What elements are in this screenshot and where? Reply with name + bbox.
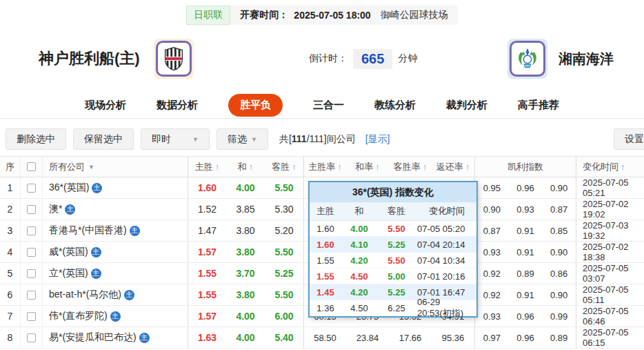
row-checkbox[interactable] xyxy=(27,184,36,193)
kelly-cell: 0.920.890.86 xyxy=(474,263,576,284)
kelly-cell: 0.930.960.99 xyxy=(474,306,576,327)
company-cell[interactable]: 香港马*(中国香港)主 xyxy=(43,224,188,237)
company-cell[interactable]: 澳*主 xyxy=(43,203,188,215)
home-odds-cell[interactable]: 1.63 xyxy=(188,327,226,348)
delete-selected-button[interactable]: 删除选中 xyxy=(6,128,66,150)
instant-odds-dropdown[interactable]: 即时 ▼ xyxy=(141,128,210,150)
draw-odds-cell[interactable]: 3.80 xyxy=(226,246,265,257)
sort-up-icon: ↑ xyxy=(423,162,427,172)
kelly-value: 0.89 xyxy=(516,269,534,279)
row-checkbox[interactable] xyxy=(27,333,36,342)
kelly-value: 0.95 xyxy=(483,183,501,193)
odds-analysis-page: 日职联 开赛时间： 2025-07-05 18:00 御崎公园球技场 神户胜利船… xyxy=(0,0,644,350)
row-checkbox[interactable] xyxy=(27,312,36,321)
instant-odds-dropdown-label: 即时 xyxy=(152,133,171,146)
home-odds-cell[interactable]: 1.57 xyxy=(188,242,226,262)
away-odds-cell[interactable]: 5.50 xyxy=(265,289,303,300)
keep-selected-button[interactable]: 保留选中 xyxy=(73,128,134,150)
home-team-crest-box xyxy=(154,39,194,79)
home-odds-cell[interactable]: 1.47 xyxy=(188,220,226,241)
kickoff-time: 2025-07-05 18:00 xyxy=(294,10,370,21)
home-odds-cell[interactable]: 1.57 xyxy=(188,306,226,327)
away-odds-cell[interactable]: 5.50 xyxy=(265,182,303,193)
away-rate-cell: 17.66 xyxy=(389,333,432,343)
away-odds-cell[interactable]: 5.40 xyxy=(265,332,303,343)
col-header-home-odds[interactable]: 主胜↑ xyxy=(188,157,226,177)
tab-裁判分析[interactable]: 裁判分析 xyxy=(446,99,487,112)
row-checkbox[interactable] xyxy=(27,205,36,214)
show-link[interactable]: [显示] xyxy=(365,133,390,146)
draw-odds-cell[interactable]: 4.00 xyxy=(226,332,265,343)
draw-odds-cell[interactable]: 3.70 xyxy=(226,268,265,279)
kelly-value: 0.92 xyxy=(483,290,501,300)
col-header-company[interactable]: 所有公司 ▼ xyxy=(43,161,188,173)
popup-title: 36*(英国) 指数变化 xyxy=(310,182,476,202)
tab-数据分析[interactable]: 数据分析 xyxy=(157,99,198,112)
col-header-home-rate[interactable]: 主胜率↑ xyxy=(303,157,346,177)
popup-home-odds: 1.45 xyxy=(310,287,341,298)
home-odds-cell[interactable]: 1.55 xyxy=(188,263,226,284)
col-header-away-odds[interactable]: 客胜↑ xyxy=(265,161,303,173)
away-odds-cell[interactable]: 5.50 xyxy=(265,246,303,257)
draw-odds-cell[interactable]: 4.00 xyxy=(226,311,265,322)
row-checkbox[interactable] xyxy=(27,226,36,235)
col-header-select xyxy=(21,157,43,177)
home-odds-cell[interactable]: 1.60 xyxy=(188,177,226,198)
row-checkbox[interactable] xyxy=(27,291,36,300)
home-odds-cell[interactable]: 1.55 xyxy=(188,284,226,305)
row-checkbox-cell xyxy=(21,220,43,241)
kelly-value: 0.93 xyxy=(483,311,501,322)
popup-row: 1.604.105.2507-04 20:14 xyxy=(310,237,476,253)
company-cell[interactable]: 伟*(直布罗陀)主 xyxy=(43,310,188,322)
draw-odds-cell[interactable]: 4.00 xyxy=(226,182,265,193)
home-odds-cell[interactable]: 1.52 xyxy=(188,199,226,220)
draw-odds-cell[interactable]: 3.85 xyxy=(226,204,265,215)
company-cell[interactable]: 易*(安提瓜和巴布达)主 xyxy=(43,331,188,344)
row-checkbox-cell xyxy=(21,284,43,305)
company-cell[interactable]: 威*(英国)主 xyxy=(43,246,188,258)
company-cell[interactable]: 立*(英国)主 xyxy=(43,267,188,280)
away-odds-cell[interactable]: 5.30 xyxy=(265,204,303,215)
popup-col-home: 主胜 xyxy=(310,205,341,217)
popup-draw-odds: 4.20 xyxy=(341,287,377,298)
draw-odds-cell[interactable]: 3.80 xyxy=(226,289,265,300)
draw-odds-cell[interactable]: 3.80 xyxy=(226,225,265,236)
row-checkbox[interactable] xyxy=(27,248,36,257)
sort-up-icon: ↑ xyxy=(292,162,296,172)
match-info-bar: 日职联 开赛时间： 2025-07-05 18:00 御崎公园球技场 xyxy=(0,6,644,25)
change-time-cell: 2025-07-05 05:21 xyxy=(576,177,644,198)
company-cell[interactable]: 36*(英国)主 xyxy=(43,182,188,194)
company-name: 36*(英国) xyxy=(49,182,89,194)
col-header-kelly: 凯利指数 xyxy=(474,157,576,177)
row-index: 2 xyxy=(0,199,21,220)
tab-现场分析[interactable]: 现场分析 xyxy=(85,99,126,112)
tab-三合一[interactable]: 三合一 xyxy=(313,99,344,112)
settings-button[interactable]: 设置/选 xyxy=(614,128,644,150)
league-badge[interactable]: 日职联 xyxy=(186,6,230,25)
kelly-value: 0.96 xyxy=(516,333,534,343)
tab-教练分析[interactable]: 教练分析 xyxy=(374,99,416,112)
col-header-draw-rate[interactable]: 和率↑ xyxy=(346,161,389,173)
tab-高手推荐[interactable]: 高手推荐 xyxy=(518,99,559,112)
col-header-away-rate[interactable]: 客胜率↑ xyxy=(389,161,432,173)
company-cell[interactable]: bet-at-h*(马尔他)主 xyxy=(43,289,188,301)
select-all-checkbox[interactable] xyxy=(27,162,36,171)
row-checkbox[interactable] xyxy=(27,269,36,278)
col-header-draw-odds[interactable]: 和↑ xyxy=(226,161,265,173)
popup-col-time: 变化时间 xyxy=(416,205,476,217)
popup-change-time: 07-04 20:14 xyxy=(416,240,476,250)
vissel-kobe-crest-icon xyxy=(156,41,192,77)
chevron-down-icon: ▼ xyxy=(88,164,94,171)
kelly-value: 0.90 xyxy=(550,290,567,300)
away-odds-cell[interactable]: 5.25 xyxy=(265,268,303,279)
countdown-label: 倒计时： xyxy=(309,52,348,65)
away-odds-cell[interactable]: 6.00 xyxy=(265,311,303,322)
col-header-change-time[interactable]: 变化时间↑ xyxy=(576,157,644,177)
away-odds-cell[interactable]: 5.20 xyxy=(265,225,303,236)
home-team-name: 神户胜利船(主) xyxy=(39,48,140,69)
col-header-return-rate[interactable]: 返还率↑ xyxy=(432,161,474,173)
host-badge: 主 xyxy=(139,333,150,343)
filter-dropdown[interactable]: 筛选 ▼ xyxy=(217,128,268,150)
popup-row: 1.554.505.0007-01 20:16 xyxy=(310,269,476,284)
tab-胜平负[interactable]: 胜平负 xyxy=(228,94,283,117)
